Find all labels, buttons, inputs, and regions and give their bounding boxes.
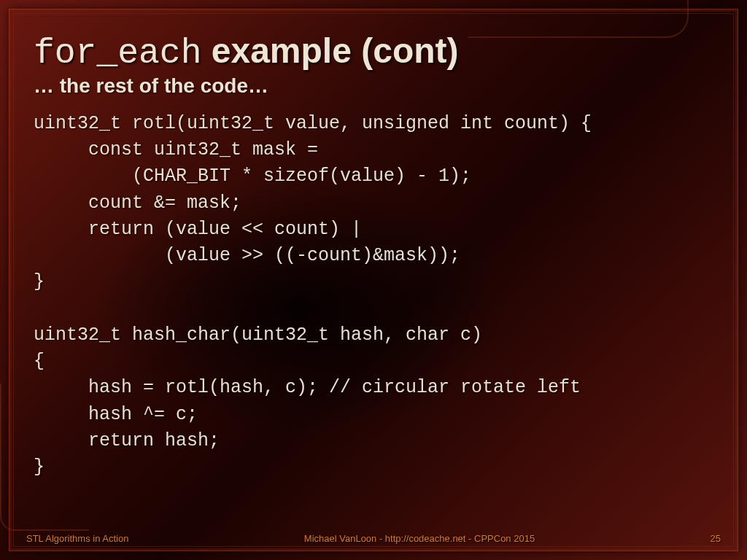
slide-content: for_each example (cont) … the rest of th… xyxy=(0,0,747,560)
slide-subtitle: … the rest of the code… xyxy=(34,74,713,98)
slide-number: 25 xyxy=(711,533,721,544)
title-text-part: example (cont) xyxy=(201,31,458,70)
slide-footer: STL Algorithms in Action Michael VanLoon… xyxy=(0,533,747,544)
code-block: uint32_t rotl(uint32_t value, unsigned i… xyxy=(34,111,713,481)
title-code-part: for_each xyxy=(34,34,201,73)
footer-left: STL Algorithms in Action xyxy=(26,533,128,544)
slide-title: for_each example (cont) xyxy=(34,32,713,73)
footer-center: Michael VanLoon - http://codeache.net - … xyxy=(128,533,710,544)
